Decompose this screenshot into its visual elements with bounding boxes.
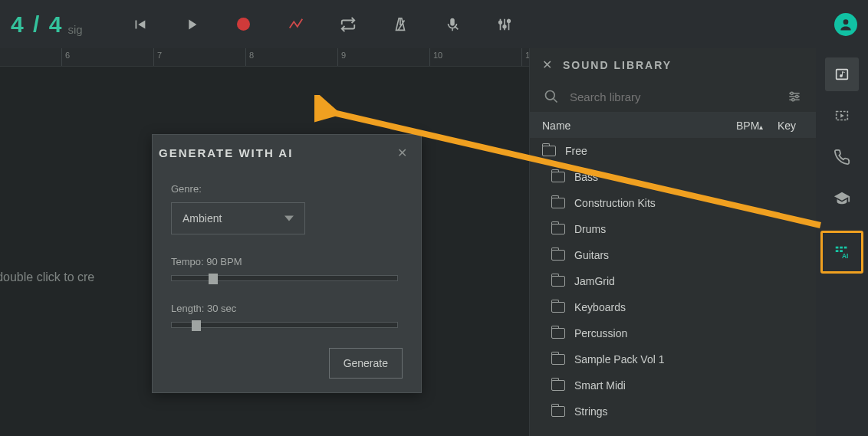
generate-button[interactable]: Generate <box>329 348 403 379</box>
sound-library-panel: ✕ SOUND LIBRARY Name BPM▴ Key Free Bass … <box>529 48 816 436</box>
col-bpm[interactable]: BPM▴ <box>736 120 778 132</box>
record-button[interactable] <box>233 14 255 35</box>
folder-icon <box>551 198 565 208</box>
rail-phone-button[interactable] <box>825 140 859 174</box>
library-title: SOUND LIBRARY <box>563 59 672 71</box>
record-icon <box>237 18 250 31</box>
skip-back-button[interactable] <box>129 14 150 35</box>
ruler-tick: 1 <box>521 48 529 66</box>
library-folder[interactable]: Strings <box>530 398 816 425</box>
length-slider[interactable] <box>171 322 398 328</box>
library-search <box>539 81 807 112</box>
svg-rect-14 <box>840 250 843 252</box>
ruler-tick: 10 <box>429 48 442 66</box>
rail-clips-button[interactable] <box>825 99 859 133</box>
top-toolbar: 4 / 4 sig <box>0 0 868 48</box>
folder-icon <box>551 380 565 391</box>
library-folder[interactable]: Sample Pack Vol 1 <box>530 346 816 372</box>
rail-ai-button[interactable]: AI <box>820 231 863 274</box>
search-input[interactable] <box>570 90 776 103</box>
svg-point-5 <box>791 92 793 94</box>
length-slider-thumb[interactable] <box>192 320 201 331</box>
time-signature[interactable]: 4 / 4 sig <box>11 11 83 38</box>
svg-rect-11 <box>840 247 843 249</box>
svg-rect-12 <box>844 247 847 249</box>
folder-icon <box>551 250 565 261</box>
svg-point-7 <box>792 99 794 101</box>
folder-icon <box>542 146 556 156</box>
svg-rect-13 <box>836 250 839 252</box>
right-rail: AI <box>816 48 868 436</box>
folder-icon <box>551 172 565 182</box>
timeline-area[interactable]: 6 7 8 9 10 1 here or double click to cre… <box>0 48 529 436</box>
library-folder[interactable]: Construction Kits <box>530 190 816 216</box>
tempo-slider-thumb[interactable] <box>209 274 218 284</box>
library-folder[interactable]: JamGrid <box>530 268 816 294</box>
timeline-ruler[interactable]: 6 7 8 9 10 1 <box>0 48 529 67</box>
folder-icon <box>551 276 565 287</box>
close-icon[interactable]: ✕ <box>397 146 407 160</box>
ruler-tick: 7 <box>153 48 162 66</box>
genre-select[interactable]: Ambient <box>171 202 305 234</box>
folder-icon <box>551 302 565 313</box>
svg-point-6 <box>796 95 798 97</box>
rail-learn-button[interactable] <box>825 182 859 215</box>
filter-icon[interactable] <box>787 89 802 104</box>
svg-point-2 <box>507 19 510 22</box>
folder-icon <box>551 406 565 417</box>
ruler-tick: 9 <box>337 48 346 66</box>
tempo-slider[interactable] <box>171 275 398 281</box>
play-button[interactable] <box>181 14 202 35</box>
library-columns: Name BPM▴ Key <box>530 112 816 138</box>
mixer-button[interactable] <box>494 14 515 35</box>
length-label: Length: 30 sec <box>171 303 403 314</box>
genre-value: Ambient <box>182 212 222 225</box>
time-signature-label: sig <box>67 23 82 36</box>
genre-label: Genre: <box>171 183 403 195</box>
folder-icon <box>551 328 565 339</box>
library-folder[interactable]: Percussion <box>530 320 816 346</box>
ai-dialog-title: GENERATE WITH AI <box>159 146 293 159</box>
ruler-tick: 6 <box>61 48 70 66</box>
search-icon <box>544 89 559 104</box>
rail-library-button[interactable] <box>825 57 859 91</box>
mic-button[interactable] <box>442 14 463 35</box>
library-folder[interactable]: Smart Midi <box>530 372 816 398</box>
svg-text:AI: AI <box>842 253 848 260</box>
tempo-label: Tempo: 90 BPM <box>171 256 403 267</box>
library-folder[interactable]: Free <box>530 138 816 164</box>
time-signature-value: 4 / 4 <box>11 11 63 38</box>
svg-point-1 <box>503 25 506 28</box>
library-folder[interactable]: Keyboards <box>530 294 816 320</box>
svg-point-3 <box>843 19 849 25</box>
metronome-button[interactable] <box>390 14 411 35</box>
library-folder[interactable]: Drums <box>530 216 816 242</box>
folder-icon <box>551 354 565 365</box>
ruler-tick: 8 <box>245 48 254 66</box>
library-folder[interactable]: Bass <box>530 164 816 190</box>
svg-point-0 <box>498 21 501 24</box>
chevron-down-icon <box>284 214 294 223</box>
close-library-icon[interactable]: ✕ <box>542 57 552 72</box>
loop-button[interactable] <box>337 14 359 35</box>
svg-point-4 <box>546 91 555 100</box>
empty-track-hint: here or double click to cre <box>0 270 94 284</box>
generate-ai-dialog: GENERATE WITH AI ✕ Genre: Ambient Tempo:… <box>152 134 422 393</box>
library-folder[interactable]: Guitars <box>530 242 816 268</box>
folder-icon <box>551 224 565 234</box>
col-name[interactable]: Name <box>542 120 736 132</box>
svg-rect-10 <box>836 247 839 249</box>
automation-button[interactable] <box>285 14 307 35</box>
library-list[interactable]: Free Bass Construction Kits Drums Guitar… <box>530 138 816 436</box>
user-avatar[interactable] <box>834 13 857 36</box>
col-key[interactable]: Key <box>778 120 804 132</box>
